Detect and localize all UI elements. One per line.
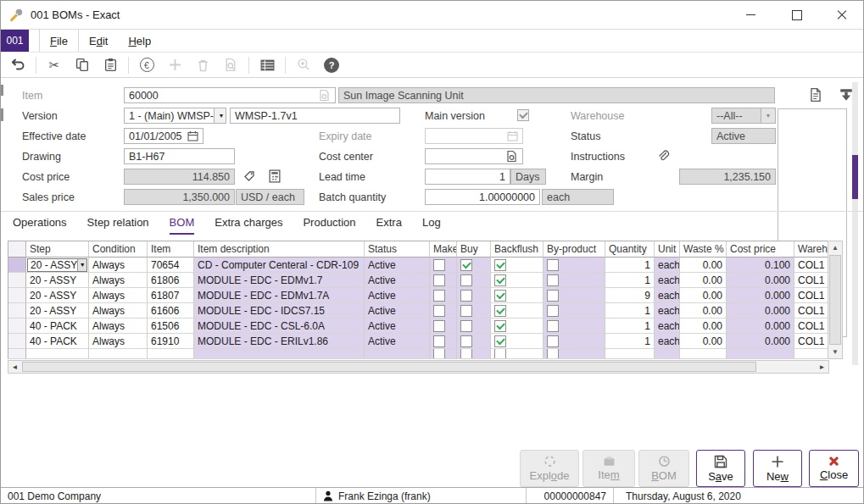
minimize-button[interactable] xyxy=(731,1,770,29)
condition-cell[interactable]: Always xyxy=(89,318,148,334)
waste-cell[interactable]: 0.00 xyxy=(680,318,727,334)
col-unit[interactable]: Unit xyxy=(655,241,680,258)
step-cell[interactable]: 20 - ASSY xyxy=(26,303,89,318)
version-name-input[interactable]: WMSP-1.7v1 xyxy=(230,108,400,124)
step-cell[interactable]: 20 - ASSY xyxy=(26,273,89,288)
step-cell[interactable]: 40 - PACK xyxy=(26,334,89,349)
backflush-checkbox[interactable] xyxy=(494,274,506,286)
drawing-input[interactable]: B1-H67 xyxy=(124,148,235,164)
close-window-button[interactable] xyxy=(822,1,861,29)
scroll-up-icon[interactable]: ▲ xyxy=(828,241,842,254)
explode-button[interactable]: Explode xyxy=(520,450,579,487)
item-cell[interactable]: 61806 xyxy=(148,273,194,288)
vertical-scrollbar[interactable]: ▲ ▼ xyxy=(828,241,843,359)
make-checkbox[interactable] xyxy=(433,305,445,317)
item-cell[interactable]: 61606 xyxy=(148,303,194,318)
row-selector[interactable] xyxy=(8,303,26,318)
col-by-product[interactable]: By-product xyxy=(543,241,605,258)
col-warehouse[interactable]: Wareho xyxy=(794,241,828,258)
docked-panel-strip[interactable] xyxy=(852,82,858,365)
col-backflush[interactable]: Backflush xyxy=(491,241,543,258)
tab-production[interactable]: Production xyxy=(303,216,355,233)
copy-icon[interactable] xyxy=(72,55,92,75)
col-quantity[interactable]: Quantity xyxy=(605,241,655,258)
effective-date-input[interactable]: 01/01/2005 xyxy=(124,128,203,144)
tab-bom[interactable]: BOM xyxy=(170,216,195,235)
make-checkbox[interactable] xyxy=(433,290,445,302)
col-condition[interactable]: Condition xyxy=(89,241,148,258)
waste-cell[interactable]: 0.00 xyxy=(680,303,727,318)
warehouse-cell[interactable]: COL1 xyxy=(794,318,828,334)
warehouse-cell[interactable]: COL1 xyxy=(794,288,828,303)
condition-cell[interactable]: Always xyxy=(89,273,148,288)
horizontal-scrollbar[interactable]: ◄ ► xyxy=(8,360,829,374)
scrollbar-thumb[interactable] xyxy=(22,362,756,372)
waste-cell[interactable] xyxy=(680,349,727,359)
quantity-cell[interactable] xyxy=(605,349,655,359)
condition-cell[interactable]: Always xyxy=(89,334,148,349)
zoom-in-icon[interactable] xyxy=(293,55,314,75)
step-cell[interactable]: 40 - PACK xyxy=(26,318,89,334)
preview-icon[interactable] xyxy=(220,55,241,75)
quantity-cell[interactable]: 1 xyxy=(605,318,655,334)
item-cell[interactable] xyxy=(148,349,194,359)
paperclip-icon[interactable] xyxy=(654,147,672,164)
make-checkbox[interactable] xyxy=(433,335,445,347)
scroll-down-icon[interactable]: ▼ xyxy=(828,346,842,358)
warehouse-cell[interactable]: COL1 xyxy=(794,258,828,273)
warehouse-cell[interactable] xyxy=(794,349,828,359)
version-select[interactable]: 1 - (Main) WMSP- ▼ xyxy=(124,108,226,124)
row-selector[interactable] xyxy=(8,273,26,288)
condition-cell[interactable]: Always xyxy=(89,258,148,273)
scroll-right-icon[interactable]: ► xyxy=(816,361,828,373)
quantity-cell[interactable]: 1 xyxy=(605,273,655,288)
col-waste[interactable]: Waste % xyxy=(680,241,727,258)
by-product-checkbox[interactable] xyxy=(547,290,559,302)
waste-cell[interactable]: 0.00 xyxy=(680,258,727,273)
backflush-checkbox[interactable] xyxy=(494,320,506,332)
step-cell[interactable]: 20 - ASSY▼ xyxy=(26,258,89,273)
cost-center-input[interactable] xyxy=(425,148,523,164)
warehouse-cell[interactable]: COL1 xyxy=(794,303,828,318)
buy-checkbox[interactable] xyxy=(460,335,472,347)
warehouse-cell[interactable]: COL1 xyxy=(794,273,828,288)
row-selector[interactable] xyxy=(8,318,26,334)
currency-icon[interactable]: € xyxy=(137,55,157,75)
make-checkbox[interactable] xyxy=(433,274,445,286)
by-product-checkbox[interactable] xyxy=(547,259,559,271)
tab-extra[interactable]: Extra xyxy=(376,216,402,233)
condition-cell[interactable]: Always xyxy=(89,288,148,303)
menu-file[interactable]: File xyxy=(39,30,79,52)
item-cell[interactable]: 61506 xyxy=(148,318,194,334)
quantity-cell[interactable]: 9 xyxy=(605,288,655,303)
make-checkbox[interactable] xyxy=(433,259,445,271)
main-version-checkbox[interactable] xyxy=(517,109,529,121)
backflush-checkbox[interactable] xyxy=(494,290,506,302)
cut-icon[interactable]: ✂ xyxy=(44,55,64,75)
maximize-button[interactable] xyxy=(778,1,817,29)
buy-checkbox[interactable] xyxy=(460,259,472,271)
new-button[interactable]: New xyxy=(753,450,802,487)
buy-checkbox[interactable] xyxy=(460,305,472,317)
quantity-cell[interactable]: 1 xyxy=(605,303,655,318)
item-button[interactable]: Item xyxy=(583,450,635,487)
step-cell[interactable] xyxy=(26,349,89,359)
by-product-checkbox[interactable] xyxy=(547,335,559,347)
menu-edit[interactable]: Edit xyxy=(79,30,118,52)
row-selector[interactable] xyxy=(8,288,26,303)
waste-cell[interactable]: 0.00 xyxy=(680,273,727,288)
backflush-checkbox[interactable] xyxy=(494,305,506,317)
save-button[interactable]: Save xyxy=(696,450,745,487)
quantity-cell[interactable]: 1 xyxy=(605,258,655,273)
step-cell[interactable]: 20 - ASSY xyxy=(26,288,89,303)
undo-icon[interactable] xyxy=(8,55,28,75)
add-icon[interactable] xyxy=(164,55,185,75)
docked-panel-handle[interactable] xyxy=(852,155,858,199)
chevron-down-icon[interactable]: ▼ xyxy=(214,108,226,123)
backflush-checkbox[interactable] xyxy=(494,335,506,347)
warehouse-select[interactable]: --All-- ▼ xyxy=(711,108,776,124)
col-cost-price[interactable]: Cost price xyxy=(727,241,794,258)
quantity-cell[interactable]: 1 xyxy=(605,334,655,349)
scrollbar-thumb[interactable] xyxy=(829,255,841,345)
condition-cell[interactable] xyxy=(89,349,148,359)
